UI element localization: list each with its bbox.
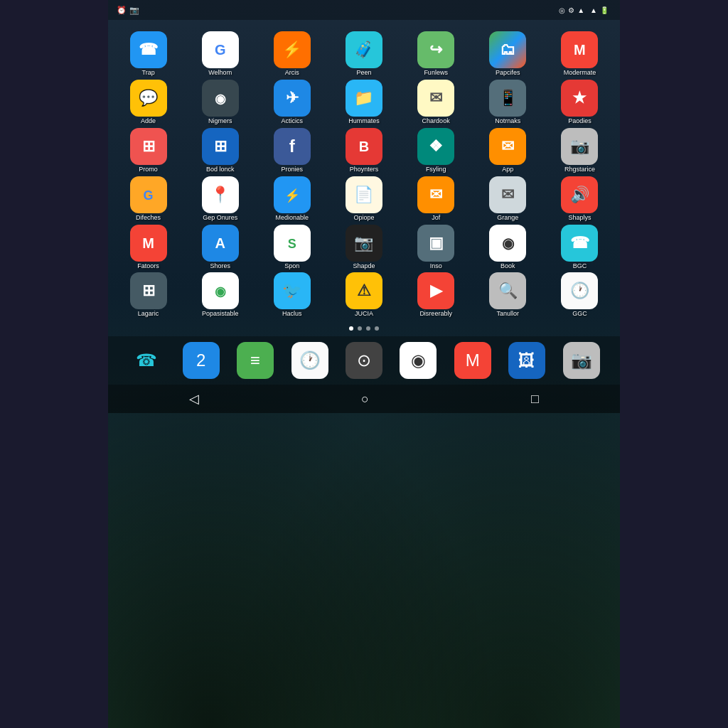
app-item[interactable]: ☎BGC — [545, 225, 614, 270]
app-item[interactable]: 🐦Haclus — [257, 272, 326, 318]
app-label: BGC — [573, 263, 587, 270]
app-item[interactable]: 📁Hummates — [329, 80, 398, 125]
app-item[interactable]: ✈Acticics — [257, 80, 326, 125]
phone-dock[interactable]: ☎ — [128, 342, 165, 379]
app-icon-bgc: ☎ — [561, 225, 598, 262]
app-label: Modermate — [564, 70, 596, 77]
app-item[interactable]: ⚡Medionable — [257, 176, 326, 222]
camera-dock[interactable]: 📷 — [563, 342, 600, 379]
back-button[interactable]: ◁ — [178, 388, 210, 410]
app-label: Shapde — [353, 263, 375, 270]
app-label: Book — [500, 263, 515, 270]
app-icon-gep-onures: 📍 — [202, 176, 239, 213]
app-icon-adde: 💬 — [130, 80, 167, 117]
app-item[interactable]: ⊞Promo — [114, 128, 183, 173]
app-item[interactable]: ⊞Bod lonck — [186, 128, 255, 173]
app-label: GGC — [572, 311, 587, 318]
wifi-icon: ▲ — [577, 6, 584, 14]
app-label: Grange — [497, 215, 518, 222]
app-item[interactable]: GWelhom — [186, 31, 255, 77]
app-item[interactable]: 📷Shapde — [329, 225, 398, 270]
app-item[interactable]: 🧳Peen — [329, 31, 398, 77]
messages-dock[interactable]: ≡ — [237, 342, 274, 379]
app-label: Chardook — [422, 118, 450, 125]
dot-2[interactable] — [358, 326, 362, 331]
app-item[interactable]: 🔊Shaplys — [545, 176, 614, 222]
numpad-dock[interactable]: 2 — [183, 342, 220, 379]
app-icon-book: ◉ — [489, 225, 526, 262]
dot-4[interactable] — [375, 326, 379, 331]
clock-dock[interactable]: 🕐 — [291, 342, 328, 379]
app-item[interactable]: ▶Disreerably — [402, 272, 471, 318]
app-icon-tanullor: 🔍 — [489, 272, 526, 309]
app-icon-phoynters: B — [346, 128, 382, 165]
app-item[interactable]: 📱Notrnaks — [473, 80, 542, 125]
app-item[interactable]: BPhoynters — [329, 128, 398, 173]
gmail-dock[interactable]: M — [454, 342, 491, 379]
app-item[interactable]: ↪Funlews — [402, 31, 471, 77]
app-label: Medionable — [276, 215, 309, 222]
app-icon-grange: ✉ — [489, 176, 526, 213]
app-label: Pronies — [282, 166, 304, 173]
app-item[interactable]: ☎Trap — [114, 31, 183, 77]
app-label: Tanullor — [497, 311, 520, 318]
app-item[interactable]: ❖Fsyling — [402, 128, 471, 173]
dot-3[interactable] — [366, 326, 370, 331]
apps-dock[interactable]: ⊙ — [346, 342, 382, 379]
home-button[interactable]: ○ — [350, 389, 380, 410]
app-item[interactable]: MModermate — [545, 31, 614, 77]
app-item[interactable]: 📄Opiope — [329, 176, 398, 222]
app-item[interactable]: fPronies — [257, 128, 326, 173]
chrome-dock[interactable]: ◉ — [400, 342, 437, 379]
app-item[interactable]: MFatoors — [114, 225, 183, 270]
app-item[interactable]: GDifeches — [114, 176, 183, 222]
app-icon-medionable: ⚡ — [274, 176, 311, 213]
app-item[interactable]: 🕐GGC — [545, 272, 614, 318]
app-item[interactable]: ⊞Lagaric — [114, 272, 183, 318]
app-label: Shores — [210, 263, 230, 270]
app-label: Adde — [141, 118, 156, 125]
app-item[interactable]: ✉Jof — [402, 176, 471, 222]
app-item[interactable]: ⚠JUCIA — [329, 272, 398, 318]
app-icon-opiope: 📄 — [346, 176, 382, 213]
app-item[interactable]: ◉Nigmers — [186, 80, 255, 125]
app-label: Haclus — [282, 311, 302, 318]
app-item[interactable]: 📷Rhgstarice — [545, 128, 614, 173]
app-icon-fsyling: ❖ — [417, 128, 454, 165]
app-item[interactable]: ▣Inso — [402, 225, 471, 270]
dot-1[interactable] — [349, 326, 353, 331]
app-label: Difeches — [136, 215, 161, 222]
phone-screen: ⏰ 📷 ◎ ⚙ ▲ ▲ 🔋 ☎TrapGWelhom⚡Arcis🧳Peen↪Fu… — [108, 0, 620, 728]
app-icon-funlews: ↪ — [417, 31, 454, 68]
app-icon-shores: A — [202, 225, 239, 262]
app-item[interactable]: ⚡Arcis — [257, 31, 326, 77]
app-item[interactable]: 🔍Tanullor — [473, 272, 542, 318]
app-item[interactable]: AShores — [186, 225, 255, 270]
target-icon: ◎ — [559, 6, 565, 14]
app-label: Bod lonck — [206, 166, 235, 173]
page-dots — [108, 321, 620, 336]
app-icon-modermate: M — [561, 31, 598, 68]
app-label: Disreerably — [419, 311, 452, 318]
app-label: Fsyling — [426, 166, 446, 173]
app-item[interactable]: 💬Adde — [114, 80, 183, 125]
status-bar: ⏰ 📷 ◎ ⚙ ▲ ▲ 🔋 — [108, 0, 620, 20]
app-label: Hummates — [348, 118, 380, 125]
recents-button[interactable]: □ — [520, 389, 550, 410]
app-item[interactable]: SSpon — [257, 225, 326, 270]
app-icon-promo: ⊞ — [130, 128, 167, 165]
gallery-dock[interactable]: 🖼 — [508, 342, 545, 379]
nav-bar: ◁ ○ □ — [108, 385, 620, 413]
app-item[interactable]: ★Paodies — [545, 80, 614, 125]
app-item[interactable]: ◉Book — [473, 225, 542, 270]
app-item[interactable]: 🗂Papcifes — [473, 31, 542, 77]
app-item[interactable]: ✉App — [473, 128, 542, 173]
app-item[interactable]: ◉Popasistable — [186, 272, 255, 318]
app-icon-app: ✉ — [489, 128, 526, 165]
app-item[interactable]: ✉Chardook — [402, 80, 471, 125]
app-icon-popasistable: ◉ — [202, 272, 239, 309]
app-item[interactable]: 📍Gep Onures — [186, 176, 255, 222]
app-item[interactable]: ✉Grange — [473, 176, 542, 222]
app-grid: ☎TrapGWelhom⚡Arcis🧳Peen↪Funlews🗂Papcifes… — [108, 28, 620, 321]
app-icon-disreerably: ▶ — [417, 272, 454, 309]
